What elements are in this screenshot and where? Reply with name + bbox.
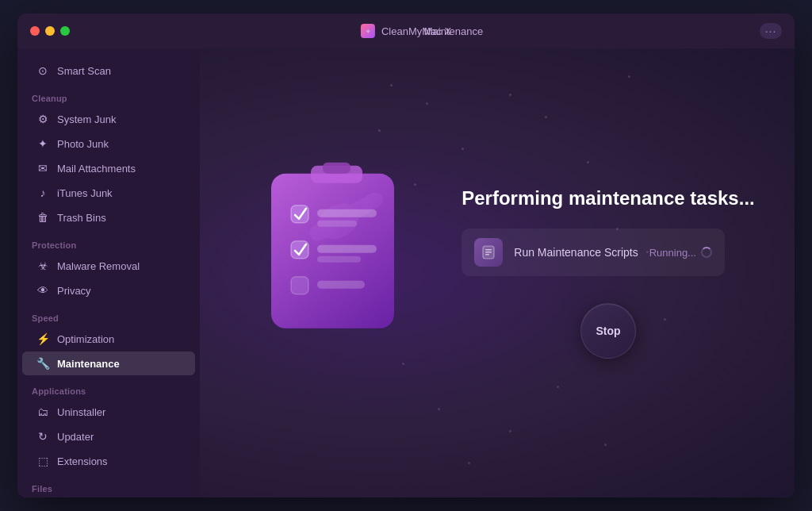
sidebar-section-files: Files (17, 476, 200, 497)
task-icon (481, 244, 496, 260)
malware-removal-icon: ☣ (36, 259, 49, 272)
sidebar-item-label: Updater (57, 431, 94, 443)
updater-icon: ↻ (36, 430, 49, 443)
traffic-lights (30, 26, 70, 36)
sidebar-section-speed: Speed (17, 305, 200, 326)
uninstaller-icon: 🗂 (36, 405, 49, 418)
main-heading: Performing maintenance tasks... (462, 187, 754, 209)
sidebar-item-extensions[interactable]: ⬚ Extensions (22, 449, 195, 473)
sidebar-item-label: Maintenance (57, 358, 120, 370)
task-status: Running... (649, 247, 712, 259)
close-button[interactable] (30, 26, 40, 36)
sidebar-item-label: iTunes Junk (57, 187, 113, 199)
svg-rect-13 (291, 277, 308, 294)
trash-bins-icon: 🗑 (36, 211, 49, 224)
svg-rect-11 (317, 245, 377, 253)
app-window: ✦ CleanMyMac X Maintenance ··· ⊙ Smart S… (17, 13, 795, 498)
minimize-button[interactable] (45, 26, 55, 36)
svg-rect-17 (485, 252, 492, 253)
sidebar-item-photo-junk[interactable]: ✦ Photo Junk (22, 132, 195, 156)
svg-rect-6 (323, 163, 350, 174)
svg-rect-8 (317, 209, 377, 217)
itunes-junk-icon: ♪ (36, 186, 49, 199)
sidebar-item-updater[interactable]: ↻ Updater (22, 425, 195, 448)
sidebar-item-trash-bins[interactable]: 🗑 Trash Bins (22, 206, 195, 229)
photo-junk-icon: ✦ (36, 137, 49, 150)
system-junk-icon: ⚙ (36, 113, 49, 125)
smart-scan-icon: ⊙ (36, 64, 49, 77)
sidebar-section-applications: Applications (17, 378, 200, 399)
svg-rect-12 (317, 256, 361, 263)
stop-button[interactable]: Stop (580, 303, 636, 359)
sidebar-item-label: Privacy (57, 285, 91, 297)
task-icon-wrap (474, 238, 503, 267)
maximize-button[interactable] (60, 26, 70, 36)
maintenance-illustration (247, 158, 438, 367)
sidebar-item-label: Optimization (57, 333, 114, 345)
sidebar-item-smart-scan[interactable]: ⊙ Smart Scan (22, 59, 195, 83)
svg-rect-9 (317, 221, 357, 227)
app-icon: ✦ (361, 24, 375, 38)
sidebar-item-label: System Junk (57, 113, 116, 125)
sidebar-section-cleanup: Cleanup (17, 86, 200, 106)
content-area: ⊙ Smart Scan Cleanup ⚙ System Junk ✦ Pho… (17, 48, 795, 498)
extensions-icon: ⬚ (36, 455, 49, 467)
task-status-text: Running... (649, 247, 696, 259)
task-label: Run Maintenance Scripts (514, 246, 638, 259)
svg-rect-14 (317, 281, 365, 289)
more-button[interactable]: ··· (760, 23, 782, 39)
sidebar-item-privacy[interactable]: 👁 Privacy (22, 279, 195, 302)
sidebar-item-label: Malware Removal (57, 260, 140, 272)
sidebar-item-label: Extensions (57, 455, 108, 467)
sidebar-item-itunes-junk[interactable]: ♪ iTunes Junk (22, 181, 195, 205)
sidebar-item-maintenance[interactable]: 🔧 Maintenance (22, 352, 195, 375)
sidebar-item-malware-removal[interactable]: ☣ Malware Removal (22, 254, 195, 278)
maintenance-icon: 🔧 (36, 357, 49, 370)
sidebar-item-label: Trash Bins (57, 212, 106, 224)
loading-spinner (701, 247, 712, 258)
mail-attachments-icon: ✉ (36, 162, 49, 175)
sidebar-item-label: Smart Scan (57, 65, 111, 77)
sidebar-item-uninstaller[interactable]: 🗂 Uninstaller (22, 400, 195, 424)
titlebar: ✦ CleanMyMac X Maintenance ··· (17, 13, 795, 48)
task-item: Run Maintenance Scripts Running... (462, 229, 725, 276)
main-content: Performing maintenance tasks... Run Main… (200, 48, 795, 498)
svg-rect-18 (485, 254, 489, 256)
optimization-icon: ⚡ (36, 332, 49, 345)
window-title: Maintenance (424, 25, 483, 37)
sidebar-item-system-junk[interactable]: ⚙ System Junk (22, 107, 195, 131)
sidebar-section-protection: Protection (17, 232, 200, 253)
sidebar-item-optimization[interactable]: ⚡ Optimization (22, 327, 195, 351)
sidebar-item-mail-attachments[interactable]: ✉ Mail Attachments (22, 156, 195, 180)
privacy-icon: 👁 (36, 284, 49, 297)
right-panel: Performing maintenance tasks... Run Main… (462, 187, 754, 359)
sidebar: ⊙ Smart Scan Cleanup ⚙ System Junk ✦ Pho… (17, 48, 200, 498)
sidebar-item-label: Mail Attachments (57, 163, 136, 175)
sidebar-item-label: Photo Junk (57, 138, 109, 150)
sidebar-item-label: Uninstaller (57, 406, 105, 418)
svg-rect-16 (485, 249, 492, 251)
